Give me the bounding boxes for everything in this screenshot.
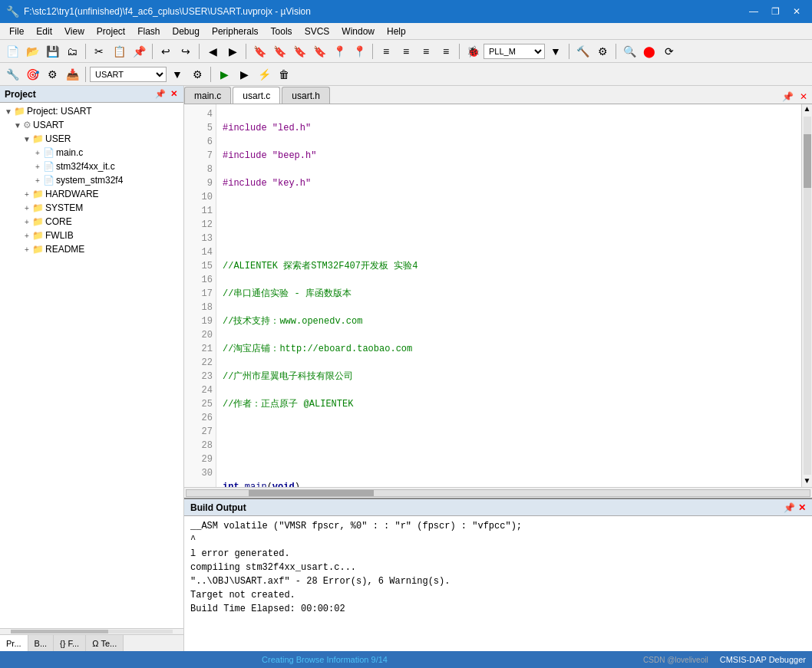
spin-btn[interactable]: ⟳ <box>660 42 678 61</box>
proj-tab-books[interactable]: B... <box>28 635 54 651</box>
editor-controls: 📌 ✕ <box>781 90 812 104</box>
code-line-9: //ALIENTEK 探索者STM32F407开发板 实验4 <box>223 259 795 273</box>
menu-peripherals[interactable]: Peripherals <box>206 25 265 38</box>
tree-item-system[interactable]: + 📁 SYSTEM <box>0 201 183 215</box>
clean-btn[interactable]: 🗑 <box>275 65 293 84</box>
tab-main-c[interactable]: main.c <box>184 87 231 104</box>
tab-usart-c[interactable]: usart.c <box>233 87 280 104</box>
editor-close-btn[interactable]: ✕ <box>798 90 809 104</box>
redo-btn[interactable]: ↪ <box>177 42 195 61</box>
menu-project[interactable]: Project <box>91 25 131 38</box>
expand-core-icon: + <box>21 218 32 226</box>
target-name-combo[interactable]: USART <box>90 67 167 82</box>
tree-item-stm32-it[interactable]: + 📄 stm32f4xx_it.c <box>0 160 183 173</box>
cut-btn[interactable]: ✂ <box>90 42 108 61</box>
open-btn[interactable]: 📂 <box>23 42 41 61</box>
tree-item-hardware[interactable]: + 📁 HARDWARE <box>0 187 183 201</box>
tree-item-usart-group[interactable]: ▼ ⚙ USART <box>0 118 183 132</box>
code-line-14: //作者：正点原子 @ALIENTEK <box>223 397 795 411</box>
restore-button[interactable]: ❐ <box>766 4 784 19</box>
nav-fwd-btn[interactable]: ▶ <box>223 42 242 61</box>
build-close-btn[interactable]: ✕ <box>798 502 806 513</box>
dbg-icon-btn[interactable]: 🐞 <box>464 42 482 61</box>
indent-btn[interactable]: ≡ <box>377 42 395 61</box>
proj-tab-functions[interactable]: {} F... <box>54 635 86 651</box>
new-file-btn[interactable]: 📄 <box>3 42 21 61</box>
build-pin-btn[interactable]: 📌 <box>784 502 795 513</box>
usart-group-icon: ⚙ <box>23 120 31 130</box>
ln-10: 10 <box>184 190 213 204</box>
tree-item-project[interactable]: ▼ 📁 Project: USART <box>0 104 183 118</box>
code-content[interactable]: #include "led.h" #include "beep.h" #incl… <box>216 104 801 487</box>
stop-btn[interactable]: ⬤ <box>640 42 659 61</box>
editor-vscroll[interactable]: ▲ ▼ <box>801 104 812 487</box>
minimize-button[interactable]: — <box>744 4 763 19</box>
debug-cfg-btn[interactable]: ⚙ <box>43 65 61 84</box>
bookmark1-btn[interactable]: 🔖 <box>250 42 269 61</box>
outdent-btn[interactable]: ≡ <box>397 42 415 61</box>
proj-tab-templates[interactable]: Ω Te... <box>86 635 124 651</box>
close-button[interactable]: ✕ <box>787 4 806 19</box>
panel-pin-btn[interactable]: 📌 <box>155 89 166 100</box>
vscroll-down-btn[interactable]: ▼ <box>802 476 813 487</box>
run-btn[interactable]: ▶ <box>215 65 233 84</box>
editor-pin-btn[interactable]: 📌 <box>781 90 795 104</box>
paste-btn[interactable]: 📌 <box>130 42 148 61</box>
proj-scroll-track <box>11 630 173 633</box>
menu-view[interactable]: View <box>58 25 91 38</box>
target-name-dropdown[interactable]: ▼ <box>168 65 186 84</box>
tree-item-user-folder[interactable]: ▼ 📁 USER <box>0 132 183 146</box>
bookmark2-btn[interactable]: 🔖 <box>270 42 289 61</box>
build-line-1: __ASM volatile ("VMSR fpscr, %0" : : "r"… <box>190 519 806 533</box>
search-btn[interactable]: 🔍 <box>620 42 639 61</box>
bookmark4-btn[interactable]: 🔖 <box>310 42 328 61</box>
sep5 <box>372 44 373 59</box>
panel-close-btn[interactable]: ✕ <box>168 89 179 100</box>
flash-btn[interactable]: ⚡ <box>255 65 273 84</box>
debug-load-btn[interactable]: 📥 <box>63 65 81 84</box>
save-btn[interactable]: 💾 <box>43 42 61 61</box>
project-h-scroll[interactable] <box>0 628 183 634</box>
proj-tab-project[interactable]: Pr... <box>0 635 28 651</box>
tree-item-system-stm32[interactable]: + 📄 system_stm32f4 <box>0 173 183 187</box>
menu-tools[interactable]: Tools <box>265 25 299 38</box>
tree-item-core[interactable]: + 📁 CORE <box>0 215 183 229</box>
debug-run-btn[interactable]: ▶ <box>235 65 253 84</box>
copy-btn[interactable]: 📋 <box>110 42 128 61</box>
menu-edit[interactable]: Edit <box>30 25 58 38</box>
tree-item-readme[interactable]: + 📁 README <box>0 242 183 256</box>
editor-hscroll[interactable] <box>184 487 812 498</box>
build-btn[interactable]: ⚙ <box>593 42 612 61</box>
system-folder-icon: 📁 <box>32 202 44 213</box>
menu-flash[interactable]: Flash <box>131 25 166 38</box>
ln-17: 17 <box>184 287 213 301</box>
format-btn[interactable]: ≡ <box>417 42 435 61</box>
expand-fwlib-icon: + <box>21 232 32 240</box>
debug-settings-btn[interactable]: 🔧 <box>3 65 21 84</box>
target-cfg-btn[interactable]: ⚙ <box>188 65 206 84</box>
target-dropdown-btn[interactable]: ▼ <box>546 42 565 61</box>
bookmark6-btn[interactable]: 📍 <box>350 42 368 61</box>
bookmark3-btn[interactable]: 🔖 <box>290 42 309 61</box>
menu-window[interactable]: Window <box>335 25 381 38</box>
menu-help[interactable]: Help <box>381 25 412 38</box>
bookmark5-btn[interactable]: 📍 <box>330 42 348 61</box>
undo-btn[interactable]: ↩ <box>157 42 175 61</box>
menu-svcs[interactable]: SVCS <box>299 25 336 38</box>
tree-item-main-c[interactable]: + 📄 main.c <box>0 146 183 160</box>
vscroll-track[interactable] <box>804 117 811 475</box>
vscroll-up-btn[interactable]: ▲ <box>802 104 813 115</box>
build-all-btn[interactable]: 🔨 <box>573 42 592 61</box>
comment-btn[interactable]: ≡ <box>437 42 455 61</box>
save-all-btn[interactable]: 🗂 <box>63 42 81 61</box>
nav-back-btn[interactable]: ◀ <box>203 42 222 61</box>
project-panel-title: Project <box>5 89 36 100</box>
target-combo[interactable]: PLL_M <box>484 44 545 59</box>
menu-debug[interactable]: Debug <box>167 25 206 38</box>
build-line-5: "..\OBJ\USART.axf" - 28 Error(s), 6 Warn… <box>190 574 806 588</box>
menu-file[interactable]: File <box>3 25 30 38</box>
debug-target-btn[interactable]: 🎯 <box>23 65 41 84</box>
tab-usart-h[interactable]: usart.h <box>282 87 330 104</box>
ln-15: 15 <box>184 259 213 273</box>
tree-item-fwlib[interactable]: + 📁 FWLIB <box>0 229 183 242</box>
